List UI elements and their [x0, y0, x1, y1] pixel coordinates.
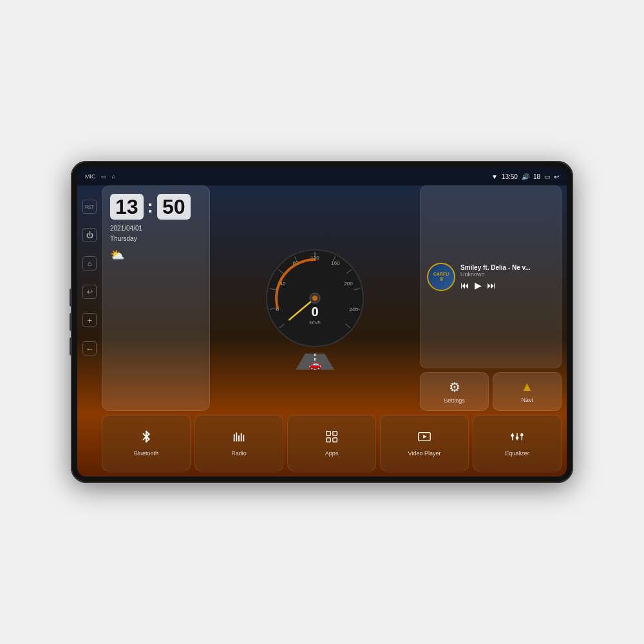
video-icon — [417, 430, 431, 448]
right-col: CARFU ♛ Smiley ft. Delia - Ne v... Unkno… — [420, 185, 562, 411]
clock-time-block: 13 : 50 — [110, 194, 191, 220]
play-button[interactable]: ▶ — [475, 280, 482, 290]
clock-widget: 13 : 50 2021/04/01 Thursday ⛅ — [102, 185, 210, 411]
main-content: 13 : 50 2021/04/01 Thursday ⛅ — [102, 185, 562, 471]
clock-date: 2021/04/01 Thursday — [110, 223, 142, 244]
side-btn-2[interactable] — [70, 313, 72, 331]
vol-down-side-button[interactable]: ← — [82, 341, 97, 355]
navi-icon: ▲ — [521, 379, 534, 394]
settings-icon: ⚙ — [449, 379, 460, 395]
settings-label: Settings — [444, 397, 465, 404]
svg-rect-29 — [238, 435, 240, 441]
svg-text:🚗: 🚗 — [308, 358, 321, 370]
svg-text:0: 0 — [311, 305, 318, 319]
status-bar: MIC ▭ ⌂ ▼ 13:50 🔊 18 ▭ ↩ — [77, 167, 567, 185]
svg-rect-35 — [333, 438, 337, 442]
speedometer-svg: 0 40 80 120 160 200 240 — [263, 247, 366, 350]
music-widget[interactable]: CARFU ♛ Smiley ft. Delia - Ne v... Unkno… — [420, 185, 562, 368]
music-artist: Unknown — [460, 271, 554, 278]
clock-hours: 13 — [110, 194, 144, 220]
rst-button[interactable]: RST — [82, 200, 97, 214]
prev-button[interactable]: ⏮ — [460, 280, 469, 290]
video-player-label: Video Player — [408, 450, 441, 457]
music-title: Smiley ft. Delia - Ne v... — [460, 264, 554, 271]
bottom-right-buttons: ⚙ Settings ▲ Navi — [420, 372, 562, 411]
bluetooth-icon — [139, 430, 153, 448]
home-side-button[interactable]: ⌂ — [82, 256, 97, 270]
screen-icon: ▭ — [101, 173, 107, 180]
speedometer-widget: 0 40 80 120 160 200 240 — [214, 185, 416, 411]
svg-text:200: 200 — [344, 281, 353, 287]
svg-rect-28 — [236, 433, 237, 442]
svg-text:240: 240 — [349, 307, 358, 312]
svg-rect-33 — [333, 431, 337, 435]
svg-rect-30 — [241, 433, 242, 442]
apps-icon — [325, 430, 339, 448]
equalizer-button[interactable]: Equalizer — [473, 415, 562, 471]
wifi-icon: ▼ — [491, 173, 498, 180]
top-row: 13 : 50 2021/04/01 Thursday ⛅ — [102, 185, 562, 411]
svg-rect-32 — [327, 431, 330, 435]
crown-icon: ♛ — [433, 276, 450, 282]
svg-point-41 — [516, 437, 519, 440]
side-buttons — [70, 289, 72, 355]
navi-button[interactable]: ▲ Navi — [493, 372, 562, 411]
music-info: Smiley ft. Delia - Ne v... Unknown ⏮ ▶ ⏭ — [460, 264, 554, 290]
bluetooth-button[interactable]: Bluetooth — [102, 415, 191, 471]
clock-colon: : — [147, 196, 153, 217]
volume-level: 18 — [533, 173, 540, 180]
svg-text:160: 160 — [331, 260, 340, 266]
side-btn-3[interactable] — [70, 337, 72, 355]
radio-button[interactable]: Radio — [194, 415, 283, 471]
settings-button[interactable]: ⚙ Settings — [420, 372, 489, 411]
volume-icon: 🔊 — [522, 173, 529, 180]
road-svg: 🚗 — [283, 344, 347, 370]
radio-icon — [232, 430, 246, 448]
side-icons-panel: RST ⏻ ⌂ ↩ + ← — [82, 193, 97, 470]
bluetooth-label: Bluetooth — [134, 450, 158, 457]
apps-button[interactable]: Apps — [287, 415, 376, 471]
video-player-button[interactable]: Video Player — [380, 415, 469, 471]
equalizer-label: Equalizer — [505, 450, 529, 457]
svg-rect-31 — [243, 435, 244, 441]
svg-text:km/h: km/h — [309, 319, 320, 325]
back-side-button[interactable]: ↩ — [82, 285, 97, 299]
power-side-button[interactable]: ⏻ — [82, 228, 97, 242]
clock-minutes: 50 — [157, 194, 191, 220]
radio-label: Radio — [231, 450, 247, 457]
logo-text: CARFU — [433, 272, 450, 276]
equalizer-icon — [510, 430, 524, 448]
car-radio-device: MIC ▭ ⌂ ▼ 13:50 🔊 18 ▭ ↩ RST ⏻ ⌂ ↩ + ← — [71, 161, 573, 483]
svg-point-21 — [312, 296, 317, 301]
next-button[interactable]: ⏭ — [487, 280, 496, 290]
road-scene: 🚗 — [283, 344, 347, 372]
vol-up-side-button[interactable]: + — [82, 313, 97, 327]
battery-icon: ▭ — [544, 173, 550, 180]
mic-label: MIC — [85, 173, 96, 180]
svg-marker-37 — [423, 435, 427, 439]
clock-weather: ⛅ — [110, 248, 124, 262]
status-time: 13:50 — [502, 173, 518, 180]
svg-rect-27 — [234, 434, 235, 441]
apps-label: Apps — [325, 450, 339, 457]
svg-rect-34 — [327, 438, 330, 442]
music-logo: CARFU ♛ — [427, 263, 455, 291]
status-right: ▼ 13:50 🔊 18 ▭ ↩ — [491, 173, 559, 180]
svg-point-43 — [520, 433, 524, 437]
music-controls: ⏮ ▶ ⏭ — [460, 280, 554, 290]
screen: MIC ▭ ⌂ ▼ 13:50 🔊 18 ▭ ↩ RST ⏻ ⌂ ↩ + ← — [77, 167, 567, 477]
side-btn-1[interactable] — [70, 289, 72, 307]
svg-point-39 — [511, 434, 514, 437]
weather-icon: ⛅ — [110, 248, 124, 262]
bottom-row: Bluetooth Radio — [102, 415, 562, 471]
home-status-icon: ⌂ — [112, 173, 115, 180]
navi-label: Navi — [521, 397, 533, 403]
back-status-icon: ↩ — [554, 173, 559, 180]
status-left: MIC ▭ ⌂ — [85, 173, 115, 180]
